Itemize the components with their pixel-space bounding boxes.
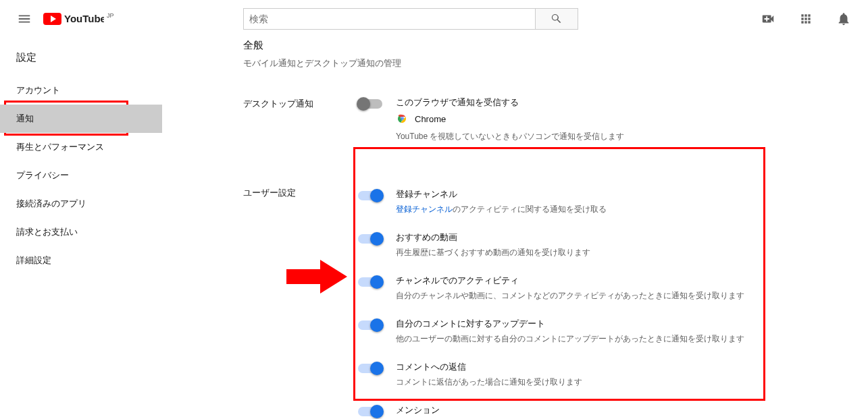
setting-subscriptions: 登録チャンネル 登録チャンネルのアクティビティに関する通知を受け取る: [358, 188, 852, 215]
setting-comment-updates: 自分のコメントに対するアップデート 他のユーザーの動画に対する自分のコメントにア…: [358, 318, 852, 345]
setting-title: コメントへの返信: [396, 361, 852, 373]
container: 設定 アカウント 通知 再生とパフォーマンス プライバシー 接続済みのアプリ 請…: [0, 38, 868, 419]
toggle-comment-replies[interactable]: [358, 364, 382, 373]
chrome-icon: [396, 113, 408, 125]
apps-icon: [799, 12, 813, 26]
main: 全般 モバイル通知とデスクトップ通知の管理 デスクトップ通知 このブラウザで通知…: [162, 38, 868, 419]
sidebar-item-playback[interactable]: 再生とパフォーマンス: [0, 133, 162, 161]
toggle-desktop-browser[interactable]: [358, 99, 382, 109]
setting-desc: 自分のチャンネルや動画に、コメントなどのアクティビティがあったときに通知を受け取…: [396, 289, 852, 302]
setting-desc: YouTube を視聴していないときもパソコンで通知を受信します: [396, 130, 852, 142]
setting-recommended: おすすめの動画 再生履歴に基づくおすすめ動画の通知を受け取ります: [358, 231, 852, 258]
setting-mentions: メンション 他のユーザーが自分のチャンネルをメンションしたときに通知を受け取りま…: [358, 404, 852, 419]
setting-title: メンション: [396, 404, 852, 416]
search-icon: [551, 13, 563, 25]
header-right: [755, 5, 857, 32]
bell-icon: [836, 11, 851, 26]
setting-desktop-browser: このブラウザで通知を受信する Chrome YouTube を視聴していないとき…: [358, 96, 852, 142]
region-code: JP: [107, 12, 114, 19]
setting-desc: コメントに返信があった場合に通知を受け取ります: [396, 376, 852, 388]
setting-desc: 他のユーザーの動画に対する自分のコメントにアップデートがあったときに通知を受け取…: [396, 333, 852, 345]
browser-row: Chrome: [396, 113, 852, 125]
video-plus-icon: [761, 11, 775, 26]
setting-desc: 再生履歴に基づくおすすめ動画の通知を受け取ります: [396, 246, 852, 258]
sidebar: 設定 アカウント 通知 再生とパフォーマンス プライバシー 接続済みのアプリ 請…: [0, 38, 162, 419]
create-button[interactable]: [755, 5, 782, 32]
setting-title: おすすめの動画: [396, 231, 852, 244]
sidebar-item-billing[interactable]: 請求とお支払い: [0, 218, 162, 246]
sidebar-item-connected-apps[interactable]: 接続済みのアプリ: [0, 190, 162, 218]
setting-desc: 登録チャンネルのアクティビティに関する通知を受け取る: [396, 203, 852, 215]
notifications-button[interactable]: [830, 5, 857, 32]
menu-button[interactable]: [11, 5, 38, 32]
setting-title: 登録チャンネル: [396, 188, 852, 200]
section-label-desktop: デスクトップ通知: [243, 96, 358, 159]
toggle-comment-updates[interactable]: [358, 320, 382, 330]
setting-comment-replies: コメントへの返信 コメントに返信があった場合に通知を受け取ります: [358, 361, 852, 388]
svg-text:YouTube: YouTube: [64, 13, 104, 24]
youtube-logo[interactable]: YouTube JP: [43, 11, 114, 27]
search-button[interactable]: [535, 8, 578, 30]
setting-title: チャンネルでのアクティビティ: [396, 275, 852, 287]
page-subheading: モバイル通知とデスクトップ通知の管理: [243, 57, 852, 69]
setting-title: 自分のコメントに対するアップデート: [396, 318, 852, 330]
hamburger-icon: [17, 11, 32, 26]
sidebar-title: 設定: [0, 45, 162, 71]
toggle-recommended[interactable]: [358, 234, 382, 244]
sidebar-item-notifications[interactable]: 通知: [0, 105, 162, 133]
toggle-mentions[interactable]: [358, 407, 382, 416]
apps-button[interactable]: [792, 5, 819, 32]
setting-channel-activity: チャンネルでのアクティビティ 自分のチャンネルや動画に、コメントなどのアクティビ…: [358, 275, 852, 302]
browser-name: Chrome: [415, 114, 446, 124]
sidebar-item-advanced[interactable]: 詳細設定: [0, 246, 162, 275]
user-settings-section: ユーザー設定 登録チャンネル 登録チャンネルのアクティビティに関する通知を受け取…: [243, 186, 852, 419]
toggle-channel-activity[interactable]: [358, 277, 382, 287]
search-box: [243, 8, 578, 30]
subscriptions-link[interactable]: 登録チャンネル: [396, 204, 453, 214]
page-heading: 全般: [243, 39, 852, 52]
header-center: [114, 8, 755, 30]
header: YouTube JP: [0, 0, 868, 38]
sidebar-item-account[interactable]: アカウント: [0, 76, 162, 105]
setting-title: このブラウザで通知を受信する: [396, 96, 852, 109]
section-label-user: ユーザー設定: [243, 186, 358, 419]
desktop-notifications-section: デスクトップ通知 このブラウザで通知を受信する Chrome YouTube を…: [243, 96, 852, 159]
toggle-subscriptions[interactable]: [358, 191, 382, 200]
search-input[interactable]: [243, 8, 535, 30]
sidebar-item-privacy[interactable]: プライバシー: [0, 161, 162, 190]
